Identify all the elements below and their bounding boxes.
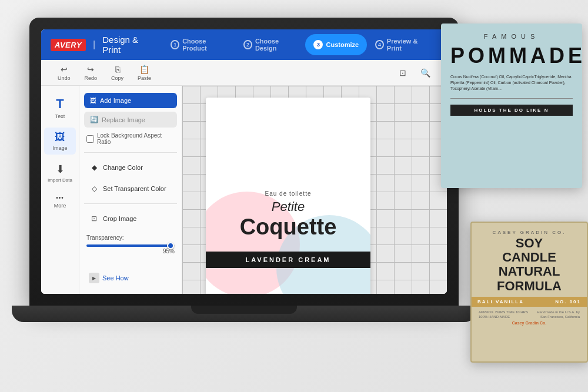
main-area: T Text 🖼 Image ⬇ Import Data •••	[41, 86, 447, 294]
sidebar-item-import[interactable]: ⬇ Import Data	[44, 159, 76, 186]
crop-image-action[interactable]: ⊡ Crop Image	[84, 210, 177, 227]
laptop-screen: AVERY | Design & Print 1 Choose Product …	[41, 29, 447, 294]
zoom-fit-button[interactable]: ⊡	[392, 66, 413, 80]
app-title: Design & Print	[102, 35, 155, 55]
lock-aspect-checkbox[interactable]: Lock Background Aspect Ratio	[84, 131, 177, 146]
step-label-2: Choose Design	[255, 38, 298, 52]
toolbar: ↩ Undo ↪ Redo ⎘ Copy 📋 Paste	[41, 60, 447, 86]
step-label-4: Preview & Print	[387, 38, 429, 52]
transparency-value: 95%	[84, 247, 177, 256]
candle-extra-row: 100% HAND-MADE San Francisco, California	[479, 315, 580, 319]
candle-burn-row: APPROX. BURN TIME 10 HRS Handmade in the…	[479, 310, 580, 314]
transparency-label: Transparency:	[84, 233, 177, 242]
transparency-section: Transparency: 95%	[84, 233, 177, 256]
pommade-famous: FAMOUS	[450, 33, 573, 40]
copy-button[interactable]: ⎘ Copy	[104, 62, 131, 83]
step-choose-product[interactable]: 1 Choose Product	[162, 34, 235, 55]
app-header: AVERY | Design & Print 1 Choose Product …	[41, 29, 447, 60]
import-icon: ⬇	[56, 163, 65, 176]
candle-band: BALI VANILLA NO. 001	[472, 297, 587, 307]
canvas-area: Eau de toilette Petite Coquette LAVENDER…	[182, 86, 447, 294]
label-subtitle: Eau de toilette	[218, 190, 359, 197]
laptop: AVERY | Design & Print 1 Choose Product …	[29, 18, 470, 359]
step-choose-design[interactable]: 2 Choose Design	[235, 34, 305, 55]
zoom-in-icon: 🔍	[420, 68, 430, 78]
step-num-3: 3	[313, 40, 323, 49]
candle-maker: Casey Gradin Co.	[479, 321, 580, 325]
copy-icon: ⎘	[115, 65, 120, 74]
step-num-4: 4	[375, 40, 384, 49]
candle-soy: SOY	[516, 236, 543, 250]
zoom-in-button[interactable]: 🔍	[413, 66, 437, 80]
sidebar-more-label: More	[54, 203, 66, 209]
copy-label: Copy	[111, 75, 123, 81]
set-transparent-action[interactable]: ◇ Set Transparent Color	[84, 180, 177, 197]
undo-button[interactable]: ↩ Undo	[51, 62, 78, 83]
step-num-1: 1	[171, 40, 179, 49]
title-separator: |	[93, 39, 95, 50]
redo-button[interactable]: ↪ Redo	[78, 62, 105, 83]
candle-location: San Francisco, California	[540, 315, 580, 319]
pommade-title: POMMADE	[450, 43, 573, 68]
avery-logo: AVERY	[51, 39, 86, 51]
undo-label: Undo	[58, 75, 71, 81]
sidebar-import-label: Import Data	[48, 177, 72, 183]
paste-button[interactable]: 📋 Paste	[131, 62, 158, 83]
set-transparent-label: Set Transparent Color	[103, 185, 166, 192]
step-customize[interactable]: 3 Customize	[305, 34, 367, 55]
candle-details: APPROX. BURN TIME 10 HRS Handmade in the…	[479, 310, 580, 319]
label-title1: Petite	[218, 199, 359, 215]
see-how-label: See How	[102, 274, 129, 282]
step-num-2: 2	[243, 40, 252, 49]
candle-natural: NATURAL	[499, 264, 560, 279]
change-color-action[interactable]: ◆ Change Color	[84, 159, 177, 176]
redo-label: Redo	[85, 75, 98, 81]
steps-bar: 1 Choose Product 2 Choose Design 3 Custo…	[162, 34, 437, 55]
laptop-base	[12, 306, 476, 322]
label-band: LAVENDER CREAM	[206, 252, 370, 268]
lock-aspect-input[interactable]	[86, 135, 94, 143]
paste-icon: 📋	[139, 65, 149, 74]
change-color-icon: ◆	[89, 162, 99, 173]
left-panel: 🖼 Add Image 🔄 Replace Image Lock Backgro…	[79, 86, 182, 294]
candle-handmade2: 100% HAND-MADE	[479, 315, 510, 319]
toolbar-extra: ⊡ 🔍	[392, 66, 437, 80]
label-content: Eau de toilette Petite Coquette	[206, 179, 370, 252]
more-icon: •••	[56, 195, 64, 201]
undo-icon: ↩	[61, 65, 68, 74]
candle-burn: APPROX. BURN TIME 10 HRS	[479, 310, 528, 314]
replace-image-button[interactable]: 🔄 Replace Image	[84, 112, 177, 128]
pommade-card: FAMOUS POMMADE Cocos Nucifera (Coconut) …	[441, 24, 582, 188]
sidebar-item-more[interactable]: ••• More	[44, 191, 76, 212]
label-design[interactable]: Eau de toilette Petite Coquette LAVENDER…	[206, 98, 370, 294]
candle-title: SOY CANDLE NATURAL FORMULA	[479, 236, 580, 293]
slider-container	[84, 244, 177, 247]
sidebar-icons: T Text 🖼 Image ⬇ Import Data •••	[41, 86, 79, 294]
redo-icon: ↪	[87, 65, 94, 74]
add-image-button[interactable]: 🖼 Add Image	[84, 93, 177, 108]
step-label-3: Customize	[326, 41, 359, 48]
image-icon: 🖼	[55, 131, 65, 143]
play-icon: ▶	[89, 273, 99, 283]
replace-image-icon: 🔄	[90, 116, 98, 123]
change-color-label: Change Color	[103, 164, 143, 171]
transparency-slider[interactable]	[86, 244, 175, 247]
pommade-divider	[450, 98, 573, 99]
sidebar-text-label: Text	[55, 113, 65, 119]
step-label-1: Choose Product	[182, 38, 227, 52]
label-title2: Coquette	[218, 215, 359, 240]
see-how-button[interactable]: ▶ See How	[84, 269, 177, 287]
crop-image-label: Crop Image	[103, 215, 136, 222]
step-preview[interactable]: 4 Preview & Print	[367, 34, 437, 55]
panel-divider-1	[84, 152, 177, 153]
text-icon: T	[56, 96, 64, 112]
sidebar-item-text[interactable]: T Text	[44, 93, 76, 123]
replace-image-label: Replace Image	[102, 116, 145, 123]
laptop-body: AVERY | Design & Print 1 Choose Product …	[29, 18, 459, 306]
candle-no: NO. 001	[555, 299, 581, 304]
pommade-tagline: HOLDS THE DO LIKE N	[450, 105, 573, 116]
sidebar-item-image[interactable]: 🖼 Image	[44, 128, 76, 155]
pommade-desc: Cocos Nucifera (Coconut) Oil, Caprylic/C…	[450, 74, 573, 91]
slider-thumb	[167, 242, 174, 249]
candle-card: CASEY GRADIN CO. SOY CANDLE NATURAL FORM…	[470, 222, 588, 363]
